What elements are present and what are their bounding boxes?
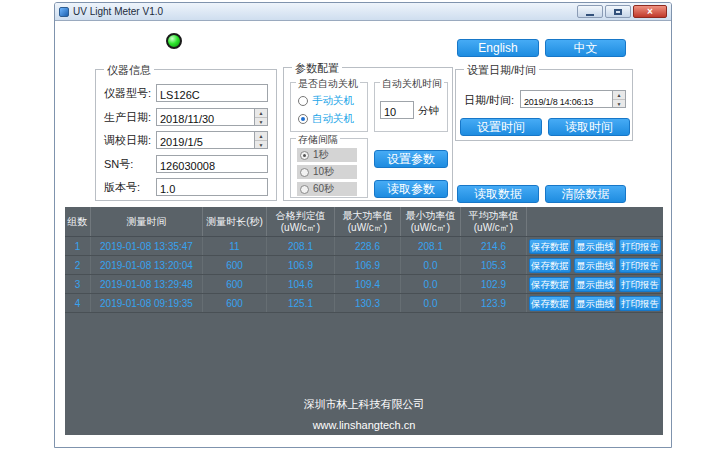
header-cell-min: 最小功率值(uW/c㎡)	[401, 207, 461, 236]
cell-threshold: 208.1	[267, 237, 335, 255]
field-label: 版本号:	[104, 180, 140, 195]
print-report-button[interactable]: 打印报告	[619, 277, 661, 292]
shutdown-time-title: 自动关机时间	[380, 77, 444, 91]
version-field[interactable]	[157, 181, 267, 197]
device-info-group: 仪器信息 仪器型号: 生产日期: ▲▼ 调校日期: ▲▼	[95, 69, 277, 201]
header-cell-threshold: 合格判定值(uW/c㎡)	[267, 207, 335, 236]
sn-field[interactable]	[157, 158, 267, 174]
spinner[interactable]: ▲▼	[254, 109, 267, 125]
table-row[interactable]: 2 2019-01-08 13:20:04 600 106.9 106.9 0.…	[65, 256, 663, 275]
print-report-button[interactable]: 打印报告	[619, 296, 661, 311]
spinner[interactable]: ▲▼	[612, 91, 625, 107]
read-time-button[interactable]: 读取时间	[548, 118, 630, 136]
cell-max: 109.4	[335, 275, 401, 293]
table-row[interactable]: 3 2019-01-08 13:29:48 600 104.6 109.4 0.…	[65, 275, 663, 294]
spinner-up-icon[interactable]: ▲	[255, 132, 267, 141]
spinner-down-icon[interactable]: ▼	[255, 118, 267, 126]
spinner-up-icon[interactable]: ▲	[255, 109, 267, 118]
cell-min: 0.0	[401, 256, 461, 274]
shutdown-mode-group: 是否自动关机 手动关机 自动关机	[290, 82, 368, 132]
close-icon: ×	[647, 7, 653, 17]
table-row[interactable]: 4 2019-01-08 09:19:35 600 125.1 130.3 0.…	[65, 294, 663, 313]
cell-time: 2019-01-08 13:20:04	[91, 256, 203, 274]
shutdown-time-input[interactable]	[381, 104, 413, 120]
radio-interval-60s[interactable]: 60秒	[297, 182, 357, 196]
cell-avg: 214.6	[461, 237, 527, 255]
read-params-button[interactable]: 读取参数	[374, 180, 448, 198]
show-curve-button[interactable]: 显示曲线	[574, 296, 616, 311]
cell-duration: 11	[203, 237, 267, 255]
cell-avg: 123.9	[461, 294, 527, 312]
datetime-input[interactable]	[521, 94, 625, 110]
set-params-button[interactable]: 设置参数	[374, 150, 448, 168]
footer-company: 深圳市林上科技有限公司	[65, 397, 663, 412]
set-time-button[interactable]: 设置时间	[460, 118, 542, 136]
save-data-button[interactable]: 保存数据	[529, 277, 571, 292]
field-row: SN号:	[96, 155, 276, 173]
table-row[interactable]: 1 2019-01-08 13:35:47 11 208.1 228.6 208…	[65, 237, 663, 256]
maximize-button[interactable]	[605, 5, 631, 18]
minutes-label: 分钟	[418, 104, 439, 118]
cell-time: 2019-01-08 13:29:48	[91, 275, 203, 293]
print-report-button[interactable]: 打印报告	[619, 239, 661, 254]
read-data-button[interactable]: 读取数据	[457, 185, 539, 203]
radio-icon	[298, 96, 308, 106]
model-field-wrap	[156, 84, 268, 102]
minimize-icon	[586, 14, 594, 16]
cell-duration: 600	[203, 275, 267, 293]
radio-manual-shutdown[interactable]: 手动关机	[298, 94, 354, 108]
calibration-date-field-wrap: ▲▼	[156, 131, 268, 149]
spinner-up-icon[interactable]: ▲	[613, 91, 625, 100]
shutdown-time-field-wrap	[380, 101, 414, 119]
cell-actions: 保存数据 显示曲线 打印报告	[527, 275, 663, 293]
save-data-button[interactable]: 保存数据	[529, 239, 571, 254]
cell-threshold: 106.9	[267, 256, 335, 274]
radio-label: 1秒	[313, 148, 329, 162]
spinner-down-icon[interactable]: ▼	[255, 141, 267, 149]
print-report-button[interactable]: 打印报告	[619, 258, 661, 273]
chinese-button[interactable]: 中文	[545, 39, 626, 57]
params-group: 参数配置 是否自动关机 手动关机 自动关机 自动关机时间 分钟	[283, 67, 453, 201]
cell-actions: 保存数据 显示曲线 打印报告	[527, 256, 663, 274]
header-cell-time: 测量时间	[91, 207, 203, 236]
cell-actions: 保存数据 显示曲线 打印报告	[527, 294, 663, 312]
radio-icon	[300, 151, 309, 160]
cell-avg: 105.3	[461, 256, 527, 274]
cell-min: 0.0	[401, 294, 461, 312]
clear-data-button[interactable]: 清除数据	[545, 185, 626, 203]
title-bar[interactable]: UV Light Meter V1.0 ×	[55, 3, 671, 21]
save-data-button[interactable]: 保存数据	[529, 258, 571, 273]
header-cell-duration: 测量时长(秒)	[203, 207, 267, 236]
cell-duration: 600	[203, 294, 267, 312]
cell-group: 2	[65, 256, 91, 274]
radio-interval-10s[interactable]: 10秒	[297, 165, 357, 179]
maximize-icon	[614, 9, 622, 15]
save-data-button[interactable]: 保存数据	[529, 296, 571, 311]
minimize-button[interactable]	[577, 5, 603, 18]
field-label: 生产日期:	[104, 110, 151, 125]
show-curve-button[interactable]: 显示曲线	[574, 239, 616, 254]
datetime-group: 设置日期/时间 日期/时间: ▲▼ 设置时间 读取时间	[455, 69, 633, 141]
spinner-down-icon[interactable]: ▼	[613, 100, 625, 108]
model-field[interactable]	[157, 87, 267, 103]
radio-auto-shutdown[interactable]: 自动关机	[298, 112, 354, 126]
device-info-title: 仪器信息	[104, 63, 154, 78]
header-cell-group: 组数	[65, 207, 91, 236]
datetime-label: 日期/时间:	[464, 93, 514, 108]
cell-group: 3	[65, 275, 91, 293]
cell-threshold: 104.6	[267, 275, 335, 293]
radio-icon	[300, 168, 309, 177]
radio-interval-1s[interactable]: 1秒	[297, 148, 357, 162]
english-button[interactable]: English	[457, 39, 539, 57]
spinner[interactable]: ▲▼	[254, 132, 267, 148]
production-date-field[interactable]	[157, 111, 267, 127]
screen: UV Light Meter V1.0 × English 中文 仪器信息 仪器…	[0, 0, 726, 450]
calibration-date-field[interactable]	[157, 134, 267, 150]
close-button[interactable]: ×	[633, 5, 667, 18]
field-label: 调校日期:	[104, 133, 151, 148]
status-led-icon	[166, 33, 182, 49]
show-curve-button[interactable]: 显示曲线	[574, 277, 616, 292]
cell-actions: 保存数据 显示曲线 打印报告	[527, 237, 663, 255]
app-window: UV Light Meter V1.0 × English 中文 仪器信息 仪器…	[54, 2, 672, 448]
show-curve-button[interactable]: 显示曲线	[574, 258, 616, 273]
